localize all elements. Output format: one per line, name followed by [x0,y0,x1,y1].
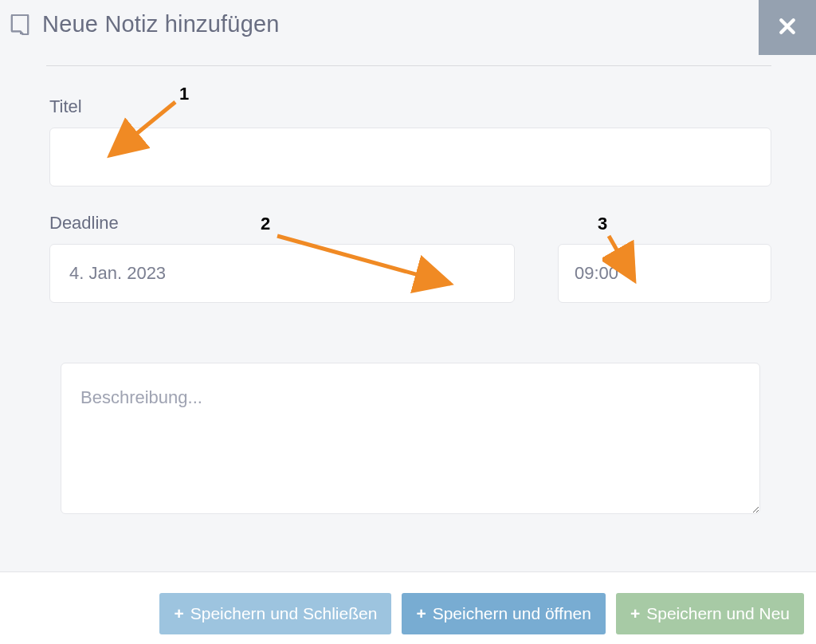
save-new-button[interactable]: + Speichern und Neu [616,593,804,634]
deadline-time-input[interactable] [558,244,771,303]
annotation-arrow-2 [271,230,470,297]
save-close-label: Speichern und Schließen [190,604,378,623]
save-open-label: Speichern und öffnen [433,604,591,623]
annotation-arrow-3 [602,231,654,295]
save-open-button[interactable]: + Speichern und öffnen [402,593,606,634]
save-new-label: Speichern und Neu [646,604,790,623]
close-icon [779,18,796,37]
note-icon [10,13,30,37]
svg-line-2 [277,236,450,284]
svg-rect-0 [12,14,28,30]
description-section [8,363,816,517]
save-close-button[interactable]: + Speichern und Schließen [159,593,391,634]
modal-header: Neue Notiz hinzufügen [8,11,816,37]
modal-title: Neue Notiz hinzufügen [42,11,280,37]
svg-line-1 [110,102,175,155]
modal-footer: + Speichern und Schließen + Speichern un… [0,571,816,644]
annotation-arrow-1 [96,96,195,171]
plus-icon: + [630,604,640,623]
description-textarea[interactable] [61,363,760,514]
svg-line-3 [609,236,634,281]
plus-icon: + [174,604,183,623]
plus-icon: + [416,604,426,623]
close-button[interactable] [759,0,816,55]
